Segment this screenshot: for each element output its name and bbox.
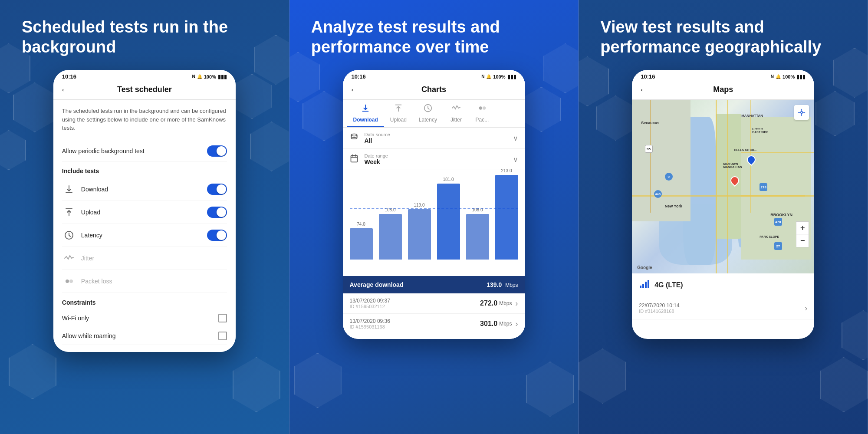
back-button-2[interactable]: ← [350, 84, 359, 95]
date-range-row[interactable]: Date range Week ∨ [343, 149, 525, 170]
battery-1: 100% [204, 74, 216, 79]
tab-latency-icon [423, 103, 433, 115]
allow-periodic-row[interactable]: Allow periodic background test [62, 141, 227, 161]
bar-label-3: 119.0 [414, 203, 424, 207]
map-label-hells-kitchen: HELLS KITCH... [734, 148, 756, 151]
road-1 [716, 100, 717, 273]
map-label-parkslope: PARK SLOPE [760, 235, 779, 238]
map-label-secaucus: Secaucus [641, 121, 659, 125]
svg-point-8 [801, 112, 803, 114]
back-button-3[interactable]: ← [639, 84, 648, 95]
tab-jitter-icon [451, 103, 461, 115]
battery-icon-2: ▮▮▮ [507, 74, 516, 80]
daterange-icon [350, 154, 358, 165]
location-button[interactable] [794, 105, 809, 120]
map-label-newyork: New York [665, 204, 682, 208]
tab-download[interactable]: Download [347, 100, 384, 127]
map-result-meta: 22/07/2020 10:14 ID #3141628168 [639, 302, 679, 314]
packetloss-icon [62, 274, 76, 288]
wifi-only-row[interactable]: Wi-Fi only [62, 309, 227, 327]
signal-strength-icon [639, 279, 649, 292]
panel-2-title: Analyze test results and performance ove… [311, 17, 557, 57]
test-row-jitter[interactable]: Jitter [62, 247, 227, 270]
status-time-1: 10:16 [62, 73, 76, 80]
include-tests-header: Include tests [62, 168, 227, 174]
status-time-3: 10:16 [641, 73, 655, 80]
status-time-2: 10:16 [352, 73, 366, 80]
tab-packet[interactable]: Pac... [469, 100, 495, 127]
result-row-1[interactable]: 13/07/2020 09:37 ID #1595032112 272.0 Mb… [343, 293, 525, 314]
test-row-packetloss[interactable]: Packet loss [62, 270, 227, 293]
jitter-icon [62, 251, 76, 265]
daterange-value: Week [365, 158, 507, 165]
route-badge-4: 278 [760, 183, 767, 191]
upload-toggle[interactable] [207, 207, 227, 218]
manhattan-land [716, 114, 741, 239]
download-toggle[interactable] [207, 184, 227, 195]
data-source-row[interactable]: Data source All ∨ [343, 128, 525, 149]
datasource-label: Data source [365, 132, 507, 137]
battery-icon-3: ▮▮▮ [796, 74, 806, 80]
app-bar-1: ← Test scheduler [53, 82, 236, 100]
tab-packet-label: Pac... [476, 117, 489, 123]
map-result-id: ID #3141628168 [639, 309, 679, 314]
status-icons-3: N 🔔 100% ▮▮▮ [771, 74, 806, 80]
download-label: Download [81, 186, 108, 193]
allow-roaming-row[interactable]: Allow while roaming [62, 327, 227, 345]
status-icons-2: N 🔔 100% ▮▮▮ [481, 74, 516, 80]
status-icons-1: N 🔔 100% ▮▮▮ [192, 74, 227, 80]
bar-group-6: 213.0 [495, 168, 518, 260]
allow-roaming-label: Allow while roaming [62, 332, 116, 339]
signal-icon-1: 🔔 [197, 74, 202, 79]
test-row-left-jitter: Jitter [62, 251, 94, 265]
avg-value-unit: 139.0 Mbps [487, 281, 518, 288]
upload-label: Upload [81, 209, 100, 216]
map-bg: Secaucus MANHATTAN UPPEREAST SIDE HELLS … [632, 100, 814, 273]
bar-group-2: 108.0 [379, 207, 402, 260]
bar-1 [350, 228, 373, 260]
datasource-icon [350, 133, 358, 144]
bar-group-3: 119.0 [408, 203, 431, 260]
test-row-upload[interactable]: Upload [62, 201, 227, 224]
route-badge-3: 440 [654, 190, 662, 198]
tab-jitter[interactable]: Jitter [443, 100, 469, 127]
battery-3: 100% [783, 74, 795, 79]
bar-6 [495, 175, 518, 260]
zoom-in-button[interactable]: + [796, 221, 809, 234]
map-result-row[interactable]: 22/07/2020 10:14 ID #3141628168 › [632, 297, 814, 319]
allow-periodic-toggle[interactable] [207, 145, 227, 157]
svg-rect-9 [640, 286, 641, 288]
back-button-1[interactable]: ← [60, 84, 70, 95]
status-bar-2: 10:16 N 🔔 100% ▮▮▮ [343, 70, 525, 82]
wifi-only-label: Wi-Fi only [62, 315, 89, 322]
signal-type-label: 4G (LTE) [654, 281, 683, 289]
latency-toggle[interactable] [207, 230, 227, 241]
constraints-header: Constraints [62, 299, 227, 306]
map-label-manhattan: MANHATTAN [741, 114, 763, 118]
tab-latency[interactable]: Latency [413, 100, 443, 127]
avg-label: Average download [350, 281, 404, 288]
phone-charts: 10:16 N 🔔 100% ▮▮▮ ← Charts [343, 70, 525, 339]
bar-2 [379, 214, 402, 260]
tab-upload-label: Upload [390, 117, 407, 123]
test-row-latency[interactable]: Latency [62, 224, 227, 247]
bar-chart: 74.0 108.0 119.0 181.0 [350, 174, 518, 261]
result-row-2[interactable]: 13/07/2020 09:36 ID #1595031168 301.0 Mb… [343, 314, 525, 334]
route-badge-5: 478 [774, 218, 782, 226]
test-row-left-packetloss: Packet loss [62, 274, 112, 288]
bar-label-1: 74.0 [357, 222, 365, 227]
wifi-only-checkbox[interactable] [218, 314, 227, 322]
zoom-out-button[interactable]: − [796, 234, 809, 247]
app-bar-3: ← Maps [632, 82, 814, 100]
result-date-1: 13/07/2020 09:37 [350, 298, 390, 304]
nj-land [632, 100, 690, 221]
latency-label: Latency [81, 232, 102, 239]
test-row-left-latency: Latency [62, 228, 102, 242]
tab-upload[interactable]: Upload [384, 100, 413, 127]
tab-latency-label: Latency [419, 117, 437, 123]
allow-roaming-checkbox[interactable] [218, 332, 227, 340]
scheduler-content: The scheduled tests run in the backgroun… [53, 100, 236, 352]
test-row-download[interactable]: Download [62, 178, 227, 201]
map-container[interactable]: Secaucus MANHATTAN UPPEREAST SIDE HELLS … [632, 100, 814, 273]
google-logo: Google [637, 265, 652, 270]
